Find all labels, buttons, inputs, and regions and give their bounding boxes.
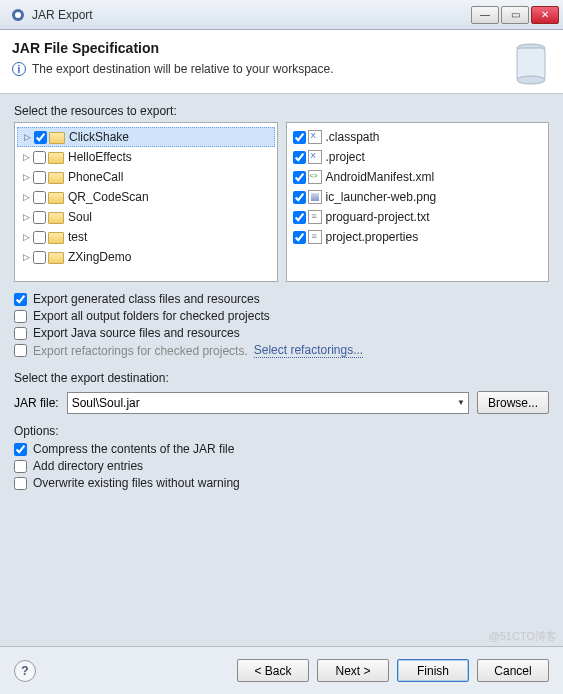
project-checkbox[interactable] [33, 171, 46, 184]
expand-icon[interactable]: ▷ [21, 232, 31, 242]
overwrite-option[interactable]: Overwrite existing files without warning [14, 476, 549, 490]
project-checkbox[interactable] [33, 251, 46, 264]
folder-icon [48, 150, 64, 164]
svg-rect-3 [517, 48, 545, 80]
file-icon [308, 230, 322, 244]
app-icon [10, 7, 26, 23]
project-label: Soul [68, 210, 92, 224]
folder-icon [49, 130, 65, 144]
jar-file-label: JAR file: [14, 396, 59, 410]
export-refactorings-label: Export refactorings for checked projects… [33, 344, 248, 358]
file-row[interactable]: proguard-project.txt [289, 207, 547, 227]
file-checkbox[interactable] [293, 211, 306, 224]
file-label: .project [326, 150, 365, 164]
project-checkbox[interactable] [33, 231, 46, 244]
button-bar: ? < Back Next > Finish Cancel [0, 646, 563, 694]
add-dir-checkbox[interactable] [14, 460, 27, 473]
banner-title: JAR File Specification [12, 40, 551, 56]
export-generated-checkbox[interactable] [14, 293, 27, 306]
file-row[interactable]: project.properties [289, 227, 547, 247]
file-label: AndroidManifest.xml [326, 170, 435, 184]
project-label: ZXingDemo [68, 250, 131, 264]
export-all-output-option[interactable]: Export all output folders for checked pr… [14, 309, 549, 323]
jar-file-combo[interactable]: Soul\Soul.jar ▼ [67, 392, 469, 414]
info-icon: i [12, 62, 26, 76]
cancel-button[interactable]: Cancel [477, 659, 549, 682]
file-checkbox[interactable] [293, 131, 306, 144]
export-refactorings-checkbox[interactable] [14, 344, 27, 357]
file-row[interactable]: ic_launcher-web.png [289, 187, 547, 207]
project-row[interactable]: ▷PhoneCall [17, 167, 275, 187]
file-icon [308, 190, 322, 204]
svg-point-1 [15, 12, 21, 18]
project-checkbox[interactable] [33, 211, 46, 224]
file-icon [308, 170, 322, 184]
titlebar: JAR Export — ▭ ✕ [0, 0, 563, 30]
browse-button[interactable]: Browse... [477, 391, 549, 414]
file-label: proguard-project.txt [326, 210, 430, 224]
project-label: QR_CodeScan [68, 190, 149, 204]
project-checkbox[interactable] [33, 191, 46, 204]
export-java-source-option[interactable]: Export Java source files and resources [14, 326, 549, 340]
file-label: ic_launcher-web.png [326, 190, 437, 204]
file-row[interactable]: .project [289, 147, 547, 167]
expand-icon[interactable]: ▷ [21, 172, 31, 182]
file-checkbox[interactable] [293, 151, 306, 164]
projects-tree[interactable]: ▷ClickShake▷HelloEffects▷PhoneCall▷QR_Co… [14, 122, 278, 282]
help-button[interactable]: ? [14, 660, 36, 682]
expand-icon[interactable]: ▷ [21, 252, 31, 262]
compress-checkbox[interactable] [14, 443, 27, 456]
window-title: JAR Export [32, 8, 469, 22]
expand-icon[interactable]: ▷ [21, 192, 31, 202]
export-generated-option[interactable]: Export generated class files and resourc… [14, 292, 549, 306]
file-icon [308, 150, 322, 164]
finish-button[interactable]: Finish [397, 659, 469, 682]
project-label: PhoneCall [68, 170, 123, 184]
options-label: Options: [14, 424, 549, 438]
export-java-source-label: Export Java source files and resources [33, 326, 240, 340]
project-row[interactable]: ▷ClickShake [17, 127, 275, 147]
add-dir-label: Add directory entries [33, 459, 143, 473]
file-checkbox[interactable] [293, 191, 306, 204]
resources-label: Select the resources to export: [14, 104, 549, 118]
project-checkbox[interactable] [33, 151, 46, 164]
file-label: project.properties [326, 230, 419, 244]
select-refactorings-link[interactable]: Select refactorings... [254, 343, 363, 358]
export-java-source-checkbox[interactable] [14, 327, 27, 340]
project-row[interactable]: ▷QR_CodeScan [17, 187, 275, 207]
file-checkbox[interactable] [293, 231, 306, 244]
export-all-output-checkbox[interactable] [14, 310, 27, 323]
banner: JAR File Specification i The export dest… [0, 30, 563, 94]
watermark: @51CTO博客 [489, 629, 557, 644]
export-refactorings-option[interactable]: Export refactorings for checked projects… [14, 343, 549, 358]
chevron-down-icon: ▼ [457, 398, 465, 407]
expand-icon[interactable]: ▷ [21, 152, 31, 162]
jar-icon [509, 38, 553, 88]
close-button[interactable]: ✕ [531, 6, 559, 24]
next-button[interactable]: Next > [317, 659, 389, 682]
project-checkbox[interactable] [34, 131, 47, 144]
add-dir-option[interactable]: Add directory entries [14, 459, 549, 473]
folder-icon [48, 170, 64, 184]
compress-label: Compress the contents of the JAR file [33, 442, 234, 456]
maximize-button[interactable]: ▭ [501, 6, 529, 24]
file-checkbox[interactable] [293, 171, 306, 184]
project-row[interactable]: ▷test [17, 227, 275, 247]
file-icon [308, 130, 322, 144]
destination-label: Select the export destination: [14, 371, 549, 385]
banner-message: The export destination will be relative … [32, 62, 333, 76]
project-label: ClickShake [69, 130, 129, 144]
project-label: test [68, 230, 87, 244]
files-list[interactable]: .classpath.projectAndroidManifest.xmlic_… [286, 122, 550, 282]
overwrite-checkbox[interactable] [14, 477, 27, 490]
project-row[interactable]: ▷ZXingDemo [17, 247, 275, 267]
back-button[interactable]: < Back [237, 659, 309, 682]
project-row[interactable]: ▷Soul [17, 207, 275, 227]
file-row[interactable]: .classpath [289, 127, 547, 147]
project-row[interactable]: ▷HelloEffects [17, 147, 275, 167]
expand-icon[interactable]: ▷ [21, 212, 31, 222]
expand-icon[interactable]: ▷ [22, 132, 32, 142]
minimize-button[interactable]: — [471, 6, 499, 24]
compress-option[interactable]: Compress the contents of the JAR file [14, 442, 549, 456]
file-row[interactable]: AndroidManifest.xml [289, 167, 547, 187]
